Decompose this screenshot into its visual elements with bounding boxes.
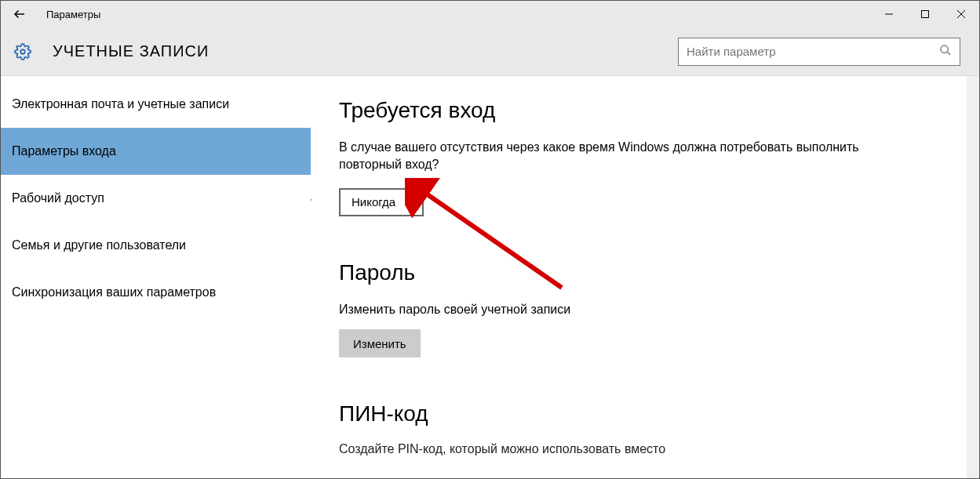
sidebar-item-sync-settings[interactable]: Синхронизация ваших параметров <box>1 269 311 316</box>
annotation-arrow-1 <box>311 123 326 217</box>
sidebar-item-label: Синхронизация ваших параметров <box>12 285 216 299</box>
svg-line-7 <box>947 52 950 55</box>
sidebar-item-email-accounts[interactable]: Электронная почта и учетные записи <box>1 81 311 128</box>
search-box[interactable] <box>678 38 960 66</box>
page-header: УЧЕТНЫЕ ЗАПИСИ <box>1 27 979 76</box>
section-heading-password: Пароль <box>339 260 951 285</box>
svg-rect-2 <box>922 11 929 18</box>
back-button[interactable] <box>7 2 32 27</box>
settings-window: Параметры УЧЕТНЫЕ ЗАПИСИ <box>0 0 980 479</box>
titlebar: Параметры <box>1 1 979 27</box>
maximize-button[interactable] <box>907 1 943 27</box>
search-icon <box>939 44 952 59</box>
sidebar-item-label: Электронная почта и учетные записи <box>12 97 229 111</box>
minimize-button[interactable] <box>871 1 907 27</box>
signin-description: В случае вашего отсутствия через какое в… <box>339 139 912 174</box>
combo-value: Никогда <box>352 195 395 209</box>
page-title: УЧЕТНЫЕ ЗАПИСИ <box>53 42 209 60</box>
chevron-down-icon <box>405 196 414 208</box>
sidebar-item-family-users[interactable]: Семья и другие пользователи <box>1 222 311 269</box>
search-input[interactable] <box>687 45 939 58</box>
scrollbar[interactable] <box>967 76 979 478</box>
sidebar-item-label: Рабочий доступ <box>12 191 104 205</box>
sidebar-item-work-access[interactable]: Рабочий доступ <box>1 175 311 222</box>
section-heading-pin: ПИН-код <box>339 401 951 426</box>
window-title: Параметры <box>46 9 100 20</box>
section-heading-signin: Требуется вход <box>339 98 951 123</box>
svg-point-6 <box>941 45 948 53</box>
close-button[interactable] <box>943 1 979 27</box>
password-description: Изменить пароль своей учетной записи <box>339 301 912 318</box>
gear-icon <box>12 41 34 63</box>
signin-timeout-combo[interactable]: Никогда <box>339 188 424 216</box>
pin-description-truncated: Создайте PIN-код, который можно использо… <box>339 442 951 456</box>
body: Электронная почта и учетные записи Парам… <box>1 76 979 478</box>
content-pane: Требуется вход В случае вашего отсутстви… <box>311 76 979 478</box>
sidebar-item-label: Семья и другие пользователи <box>12 238 186 252</box>
sidebar-item-signin-options[interactable]: Параметры входа <box>1 128 311 175</box>
change-password-button[interactable]: Изменить <box>339 329 421 357</box>
sidebar-item-label: Параметры входа <box>12 144 116 158</box>
svg-point-5 <box>20 49 25 54</box>
sidebar: Электронная почта и учетные записи Парам… <box>1 76 311 478</box>
